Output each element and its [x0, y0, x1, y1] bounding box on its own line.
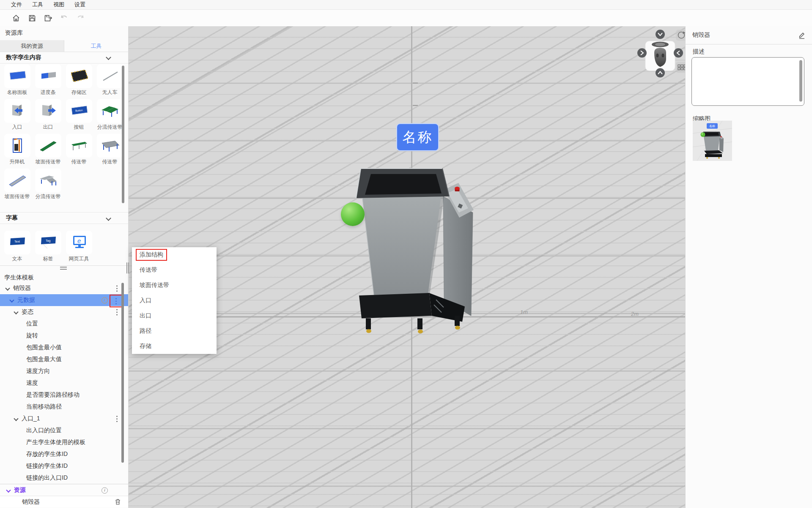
context-menu-item-exit[interactable]: 出口: [132, 308, 217, 323]
chevron-down-icon[interactable]: [14, 309, 18, 314]
menu-settings[interactable]: 设置: [74, 1, 85, 8]
context-menu-item-add-structure[interactable]: 添加结构: [132, 247, 217, 262]
orbit-mode-button[interactable]: [676, 30, 685, 41]
menu-tools[interactable]: 工具: [32, 1, 43, 8]
description-textarea[interactable]: [691, 57, 804, 106]
tools-scrollbar[interactable]: [122, 66, 124, 203]
kebab-menu-icon[interactable]: [111, 283, 122, 294]
tree-node-label: 包围盒最大值: [26, 356, 62, 363]
tree-leaf-position[interactable]: 位置: [0, 318, 128, 330]
tree-leaf-bbox-max[interactable]: 包围盒最大值: [0, 353, 128, 365]
textarea-scrollbar[interactable]: [799, 60, 802, 102]
tree-leaf-follow-path[interactable]: 是否需要沿路径移动: [0, 389, 128, 401]
tree-leaf-velocity-direction[interactable]: 速度方向: [0, 365, 128, 377]
grid-view-button[interactable]: [676, 62, 685, 73]
chevron-down-icon[interactable]: [5, 286, 10, 290]
context-menu-item-entrance[interactable]: 入口: [132, 293, 217, 308]
context-menu-item-storage[interactable]: 存储: [132, 339, 217, 354]
tool-diverter-conveyor-gray[interactable]: 分流传送带: [33, 168, 63, 203]
chevron-down-icon[interactable]: [14, 416, 18, 421]
tree-leaf-spawn-template[interactable]: 产生孪生体使用的模板: [0, 436, 128, 448]
tree-node-label: 链接的孪生体ID: [26, 462, 68, 470]
rotate-right-button[interactable]: [674, 48, 683, 58]
tool-label: 分流传送带: [36, 193, 61, 200]
tree-node-metadata[interactable]: 元数据 i: [0, 294, 128, 306]
tree-scrollbar[interactable]: [121, 283, 124, 463]
chevron-down-icon[interactable]: [6, 488, 11, 492]
tool-lift[interactable]: 升降机: [2, 134, 33, 168]
tree-leaf-linked-portal-id[interactable]: 链接的出入口ID: [0, 472, 128, 484]
section-captions[interactable]: 字幕: [0, 212, 128, 224]
destroyer-machine[interactable]: [353, 165, 480, 347]
rotate-left-button[interactable]: [637, 48, 647, 58]
tool-conveyor-green[interactable]: 传送带: [63, 134, 94, 168]
section-resize-handle[interactable]: [60, 267, 67, 271]
resource-section-row[interactable]: 资源 i: [0, 484, 128, 496]
tree-node-label: 包围盒最小值: [26, 344, 62, 351]
tool-agv[interactable]: 无人车: [94, 64, 125, 99]
chevron-down-icon: [106, 215, 111, 221]
view-gizmo[interactable]: [635, 27, 685, 80]
tool-diverter-conveyor-green[interactable]: 分流传送带: [94, 99, 125, 134]
resource-library-panel: 资源库 我的资源 工具 数字孪生内容 名称面板 进度条 存储区 无人车 入口: [0, 26, 129, 508]
menu-file[interactable]: 文件: [11, 1, 22, 8]
menu-view[interactable]: 视图: [53, 1, 64, 8]
redo-icon[interactable]: [75, 13, 85, 23]
tree-leaf-stored-twin-id[interactable]: 存放的孪生体ID: [0, 448, 128, 460]
tree-node-destroyer[interactable]: 销毁器: [0, 282, 128, 294]
tree-node-label: 入口_1: [22, 415, 40, 422]
tree-node-pose[interactable]: 姿态: [0, 306, 128, 318]
tool-tag[interactable]: Tag 标签: [33, 231, 63, 265]
tool-name-panel[interactable]: 名称面板: [2, 64, 33, 99]
tag-badge: Tag: [46, 239, 50, 243]
context-menu-item-ramp-conveyor[interactable]: 坡面传送带: [132, 278, 217, 293]
tool-label: 网页工具: [69, 255, 89, 262]
tool-text[interactable]: Text 文本: [2, 231, 33, 265]
machine-body: [362, 196, 441, 295]
context-menu-item-path[interactable]: 路径: [132, 323, 217, 339]
tree-leaf-bbox-min[interactable]: 包围盒最小值: [0, 342, 128, 353]
tool-ramp-conveyor-green[interactable]: 坡面传送带: [33, 134, 63, 168]
home-icon[interactable]: [11, 13, 21, 23]
undo-icon[interactable]: [59, 13, 69, 23]
tool-exit[interactable]: 出口: [33, 99, 63, 134]
tree-node-label: 旋转: [26, 332, 38, 340]
tool-ramp-conveyor-gray[interactable]: 坡面传送带: [2, 168, 33, 203]
rotate-down-button[interactable]: [656, 68, 665, 77]
tool-label: 存储区: [71, 89, 87, 96]
trash-icon[interactable]: [115, 499, 121, 505]
chevron-down-icon[interactable]: [9, 298, 14, 302]
rotate-up-button[interactable]: [656, 30, 665, 39]
tool-progress-bar[interactable]: 进度条: [33, 64, 63, 99]
menu-label: 入口: [140, 297, 151, 304]
save-icon[interactable]: [27, 13, 37, 23]
tree-leaf-rotation[interactable]: 旋转: [0, 330, 128, 342]
save-as-icon[interactable]: [43, 13, 53, 23]
edit-icon[interactable]: [798, 31, 806, 39]
tree-leaf-portal-position[interactable]: 出入口的位置: [0, 425, 128, 436]
info-icon[interactable]: i: [102, 487, 108, 494]
tab-my-resources[interactable]: 我的资源: [0, 40, 64, 52]
tool-button[interactable]: Button 按钮: [63, 99, 94, 134]
tree-node-entrance-1[interactable]: 入口_1: [0, 413, 128, 425]
panel-splitter-handle[interactable]: [126, 262, 130, 273]
tool-label: 坡面传送带: [5, 193, 30, 200]
resource-item-destroyer[interactable]: 销毁器: [0, 496, 128, 508]
tool-web-tool[interactable]: e 网页工具: [63, 231, 94, 265]
tree-leaf-linked-twin-id[interactable]: 链接的孪生体ID: [0, 460, 128, 472]
kebab-menu-icon-highlighted[interactable]: [110, 295, 122, 307]
tree-leaf-current-path[interactable]: 当前移动路径: [0, 401, 128, 413]
chevron-down-icon: [106, 55, 111, 60]
caster-wheel: [366, 329, 371, 333]
tool-entrance[interactable]: 入口: [2, 99, 33, 134]
tool-storage-area[interactable]: 存储区: [63, 64, 94, 99]
info-icon[interactable]: i: [102, 297, 108, 304]
kebab-menu-icon[interactable]: [111, 306, 122, 318]
tool-conveyor-gray[interactable]: 传送带: [94, 134, 125, 168]
section-digital-twin-content[interactable]: 数字孪生内容: [0, 52, 128, 64]
context-menu-item-conveyor[interactable]: 传送带: [132, 262, 217, 278]
tree-leaf-speed[interactable]: 速度: [0, 377, 128, 389]
tab-tools[interactable]: 工具: [64, 40, 128, 52]
progress-bar-icon: [35, 64, 61, 88]
kebab-menu-icon[interactable]: [111, 413, 122, 424]
